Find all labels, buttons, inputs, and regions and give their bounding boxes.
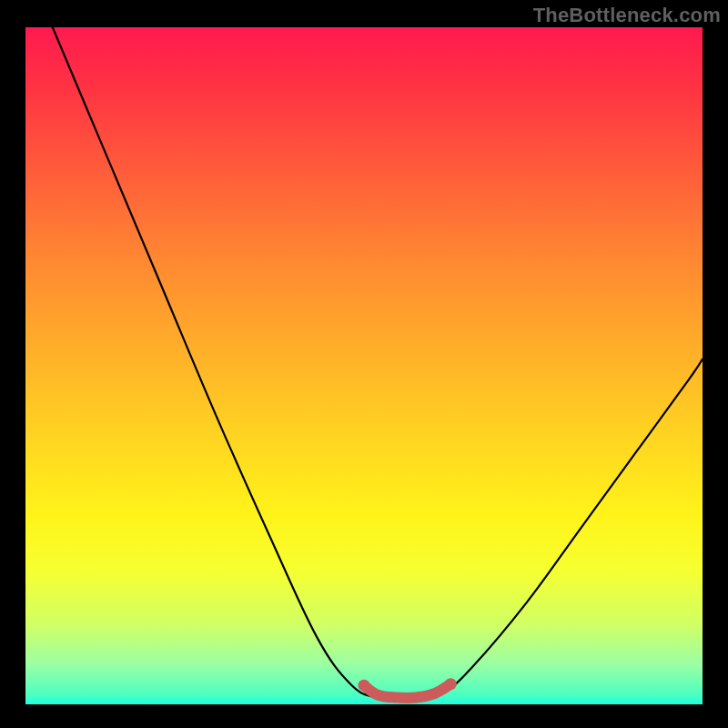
chart-svg-layer bbox=[25, 27, 703, 704]
chart-frame bbox=[25, 27, 703, 704]
bottleneck-curve bbox=[53, 27, 703, 699]
watermark-text: TheBottleneck.com bbox=[533, 4, 721, 27]
highlight-end-dot bbox=[445, 678, 457, 690]
optimal-zone-highlight bbox=[364, 684, 450, 698]
highlight-start-dot bbox=[359, 680, 370, 692]
